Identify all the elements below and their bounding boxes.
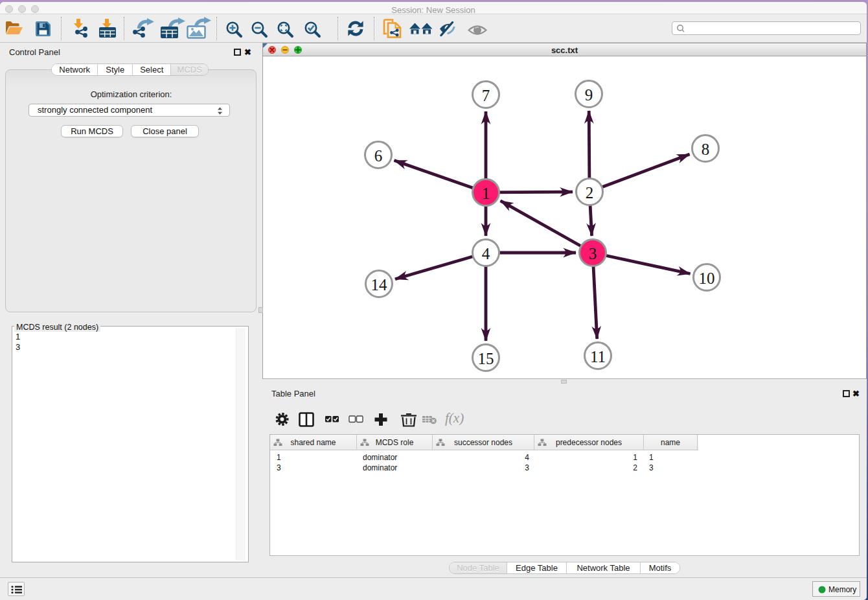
svg-text:6: 6 xyxy=(374,147,383,165)
svg-text:2: 2 xyxy=(586,184,594,202)
svg-text:8: 8 xyxy=(702,141,710,158)
svg-text:7: 7 xyxy=(482,87,490,104)
svg-text:9: 9 xyxy=(585,86,593,104)
svg-text:1: 1 xyxy=(482,185,490,202)
svg-text:3: 3 xyxy=(589,245,597,262)
svg-text:14: 14 xyxy=(371,276,388,294)
svg-text:10: 10 xyxy=(699,270,715,287)
svg-text:11: 11 xyxy=(590,348,606,365)
svg-text:4: 4 xyxy=(482,245,490,262)
svg-text:15: 15 xyxy=(478,350,494,367)
